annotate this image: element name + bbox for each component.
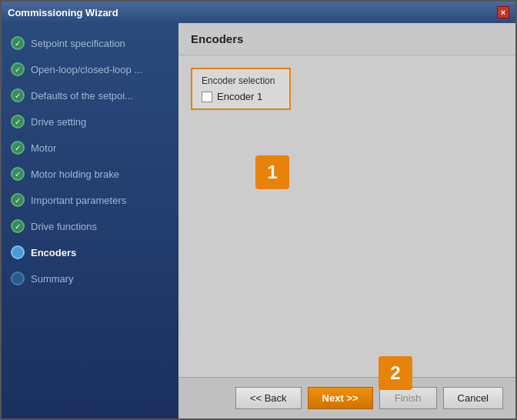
step-badge-1: 1 <box>255 155 289 189</box>
sidebar: Setpoint specification Open-loop/closed-… <box>2 23 178 418</box>
check-icon-motor <box>11 141 25 155</box>
encoder1-row: Encoder 1 <box>202 91 280 102</box>
main-panel: Encoders Encoder selection Encoder 1 1 2… <box>178 23 515 418</box>
sidebar-item-motor[interactable]: Motor <box>2 135 178 160</box>
commissioning-wizard-window: Commissioning Wizard × Setpoint specific… <box>0 0 517 420</box>
sidebar-item-importantparams[interactable]: Important parameters <box>2 188 178 212</box>
page-title: Encoders <box>191 32 243 45</box>
encoder-selection-title: Encoder selection <box>202 75 280 86</box>
check-icon-drivesetting <box>11 115 25 128</box>
window-title: Commissioning Wizard <box>8 7 118 18</box>
check-icon-summary <box>11 272 25 285</box>
sidebar-label-motor: Motor <box>31 142 56 154</box>
close-button[interactable]: × <box>497 6 509 18</box>
sidebar-item-encoders[interactable]: Encoders <box>2 240 178 265</box>
sidebar-label-encoders: Encoders <box>31 247 76 258</box>
sidebar-item-setpoint[interactable]: Setpoint specification <box>2 31 178 55</box>
main-header: Encoders <box>178 23 515 55</box>
sidebar-label-summary: Summary <box>31 273 74 285</box>
main-content: Encoder selection Encoder 1 1 <box>178 55 515 377</box>
step-badge-2: 2 <box>379 356 412 390</box>
check-icon-setpoint <box>11 36 25 50</box>
finish-button[interactable]: Finish <box>379 387 437 409</box>
check-icon-importantparams <box>11 193 25 207</box>
check-icon-drivefunctions <box>11 219 25 233</box>
sidebar-item-drivesetting[interactable]: Drive setting <box>2 109 178 134</box>
check-icon-motorbrake <box>11 167 25 181</box>
encoder-selection-box: Encoder selection Encoder 1 <box>191 68 291 110</box>
sidebar-item-summary[interactable]: Summary <box>2 266 178 291</box>
sidebar-label-openloop: Open-loop/closed-loop ... <box>31 64 142 75</box>
encoder1-checkbox[interactable] <box>202 92 212 102</box>
sidebar-label-setpoint: Setpoint specification <box>31 38 125 49</box>
check-icon-openloop <box>11 62 25 76</box>
cancel-button[interactable]: Cancel <box>443 387 503 409</box>
back-button[interactable]: << Back <box>235 387 302 409</box>
sidebar-label-drivesetting: Drive setting <box>31 116 86 128</box>
sidebar-item-defaults[interactable]: Defaults of the setpoi... <box>2 83 178 108</box>
check-icon-encoders <box>11 245 25 259</box>
encoder1-label: Encoder 1 <box>217 91 262 102</box>
check-icon-defaults <box>11 88 25 102</box>
sidebar-item-drivefunctions[interactable]: Drive functions <box>2 214 178 238</box>
sidebar-label-motorbrake: Motor holding brake <box>31 168 119 180</box>
next-button[interactable]: Next >> <box>308 387 373 409</box>
sidebar-label-drivefunctions: Drive functions <box>31 221 97 232</box>
sidebar-item-openloop[interactable]: Open-loop/closed-loop ... <box>2 57 178 82</box>
sidebar-item-motorbrake[interactable]: Motor holding brake <box>2 162 178 186</box>
sidebar-label-defaults: Defaults of the setpoi... <box>31 90 133 102</box>
sidebar-label-importantparams: Important parameters <box>31 195 126 206</box>
bottom-bar: 2 << Back Next >> Finish Cancel <box>178 377 515 418</box>
content-area: Setpoint specification Open-loop/closed-… <box>2 23 515 418</box>
title-bar: Commissioning Wizard × <box>2 2 515 23</box>
